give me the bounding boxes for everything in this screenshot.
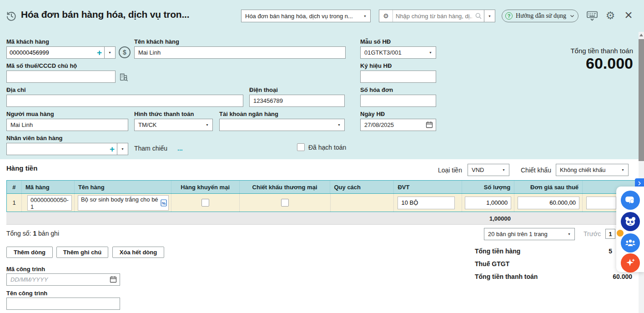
total-payment-label: Tổng tiền thanh toán	[475, 273, 538, 280]
debt-dollar-icon[interactable]: $	[119, 46, 131, 58]
prev-page-button[interactable]: Trước	[584, 230, 601, 237]
customer-name-input[interactable]	[134, 46, 346, 59]
promo-checkbox[interactable]	[201, 199, 209, 207]
community-group-button[interactable]	[621, 233, 640, 252]
current-page-box[interactable]: 1	[605, 229, 615, 239]
invoice-date-input[interactable]	[360, 119, 436, 131]
assistant-bot-button[interactable]	[621, 212, 640, 231]
keyboard-shortcuts-icon[interactable]	[586, 10, 599, 22]
sales-employee-dropdown-button[interactable]: ▼	[117, 143, 128, 155]
page-title: Hóa đơn bán hàng hóa, dịch vụ tron...	[21, 9, 189, 20]
page-size-select[interactable]: 20 bản ghi trên 1 trang ▼	[484, 228, 575, 240]
help-question-icon: ?	[505, 12, 513, 20]
customer-code-label: Mã khách hàng	[6, 38, 49, 45]
table-summary-row: 1,00000	[6, 212, 637, 225]
sales-employee-field: + ▼	[6, 143, 128, 155]
posted-checkbox[interactable]	[297, 143, 305, 151]
calendar-icon[interactable]	[426, 121, 433, 130]
company-lookup-icon[interactable]	[118, 71, 129, 82]
tax-code-input[interactable]	[6, 71, 116, 83]
buyer-label: Người mua hàng	[6, 111, 54, 117]
close-icon[interactable]: ×	[623, 8, 634, 22]
unit-price-input[interactable]	[518, 197, 579, 209]
project-code-input[interactable]	[6, 273, 120, 286]
chevron-down-icon: ▼	[488, 15, 491, 18]
invoice-symbol-input[interactable]	[360, 71, 436, 83]
discount-value: Không chiết khấu	[560, 167, 605, 173]
chevron-down-icon: ▼	[335, 123, 341, 126]
column-header-quantity[interactable]: Số lượng	[462, 181, 514, 193]
column-header-spec[interactable]: Quy cách	[330, 181, 394, 193]
chevron-down-icon: ▼	[121, 147, 124, 151]
discount-select[interactable]: Không chiết khấu ▼	[556, 164, 629, 176]
payment-method-select[interactable]: TM/CK ▼	[134, 119, 213, 131]
add-row-button[interactable]: Thêm dòng	[6, 247, 53, 258]
trade-discount-checkbox[interactable]	[281, 199, 289, 207]
currency-select[interactable]: VND ▼	[468, 164, 509, 176]
percent-document-icon[interactable]: %	[161, 199, 167, 208]
item-code-cell: 00000000050-1	[22, 194, 75, 212]
calendar-icon[interactable]	[110, 276, 117, 284]
grand-total-value: 60.000	[586, 55, 633, 72]
customer-code-input[interactable]	[7, 49, 95, 56]
customer-code-field: + ▼	[6, 46, 116, 59]
column-header-index[interactable]: #	[7, 181, 22, 193]
extra-input[interactable]	[586, 197, 616, 209]
address-input[interactable]	[6, 95, 243, 107]
invoice-number-input[interactable]	[360, 95, 436, 107]
item-name-cell: Bộ sơ sinh body trắng cho bé %	[75, 194, 171, 212]
search-icon[interactable]	[475, 12, 484, 20]
posted-label: Đã hạch toán	[308, 144, 346, 151]
buyer-input[interactable]	[6, 119, 128, 131]
add-employee-icon[interactable]: +	[107, 144, 117, 155]
search-input[interactable]	[393, 13, 475, 20]
help-button[interactable]: ? Hướng dẫn sử dụng	[502, 10, 579, 22]
customer-code-dropdown-button[interactable]: ▼	[104, 47, 115, 58]
scrollbar-thumb[interactable]	[639, 39, 644, 161]
history-icon[interactable]	[5, 10, 17, 22]
chevron-down-icon: ▼	[108, 51, 111, 54]
quantity-cell	[462, 194, 514, 212]
total-goods-label: Tổng tiền hàng	[475, 247, 520, 255]
document-type-select[interactable]: Hóa đơn bán hàng hóa, dịch vụ trong n...…	[241, 10, 371, 22]
column-header-promo[interactable]: Hàng khuyến mại	[171, 181, 240, 193]
invoice-template-label: Mẫu số HĐ	[360, 38, 391, 45]
svg-text:%: %	[162, 201, 166, 205]
chevron-down-icon: ▼	[426, 51, 432, 54]
record-count: Tổng số: 1 bản ghi	[6, 230, 59, 237]
item-name-input[interactable]: Bộ sơ sinh body trắng cho bé %	[78, 195, 169, 211]
add-note-button[interactable]: Thêm ghi chú	[56, 247, 108, 258]
record-count-number: 1	[33, 230, 36, 237]
column-header-item-name[interactable]: Tên hàng	[75, 181, 171, 193]
reference-label: Tham chiếu	[134, 145, 167, 152]
phone-input[interactable]	[249, 95, 345, 107]
bank-account-select[interactable]: ▼	[219, 119, 345, 131]
ai-sparkle-button[interactable]	[621, 253, 640, 273]
scrollbar-up-arrow[interactable]	[639, 34, 643, 36]
column-header-item-code[interactable]: Mã hàng	[22, 181, 75, 193]
bank-account-label: Tài khoản ngân hàng	[219, 111, 278, 117]
search-dropdown-button[interactable]: ▼	[484, 10, 495, 22]
unit-cell	[394, 194, 462, 212]
clear-rows-button[interactable]: Xóa hết dòng	[112, 247, 164, 258]
settings-gear-icon[interactable]: ⚙	[605, 10, 616, 21]
reference-more-link[interactable]: ...	[177, 145, 183, 152]
unit-input[interactable]	[397, 197, 455, 209]
help-label: Hướng dẫn sử dụng	[516, 12, 566, 20]
column-header-unit-price[interactable]: Đơn giá sau thuế	[514, 181, 583, 193]
chevron-down-icon: ▼	[499, 168, 505, 172]
item-code-input[interactable]: 00000000050-1	[27, 195, 72, 211]
total-goods-value: 5	[609, 247, 612, 255]
quantity-input[interactable]	[465, 197, 511, 209]
search-settings-gear-icon[interactable]: ⚙	[379, 10, 393, 22]
add-customer-icon[interactable]: +	[95, 47, 104, 58]
address-label: Địa chỉ	[6, 86, 26, 93]
chat-support-button[interactable]	[621, 191, 640, 210]
column-header-unit[interactable]: ĐVT	[394, 181, 462, 193]
sales-employee-input[interactable]	[7, 146, 107, 152]
invoice-template-select[interactable]: 01GTKT3/001 ▼	[360, 46, 436, 59]
chevron-down-icon	[569, 13, 575, 19]
column-header-trade-discount[interactable]: Chiết khấu thương mại	[240, 181, 331, 193]
grand-total-label: Tổng tiền thanh toán	[570, 47, 633, 55]
project-name-input[interactable]	[6, 298, 120, 310]
